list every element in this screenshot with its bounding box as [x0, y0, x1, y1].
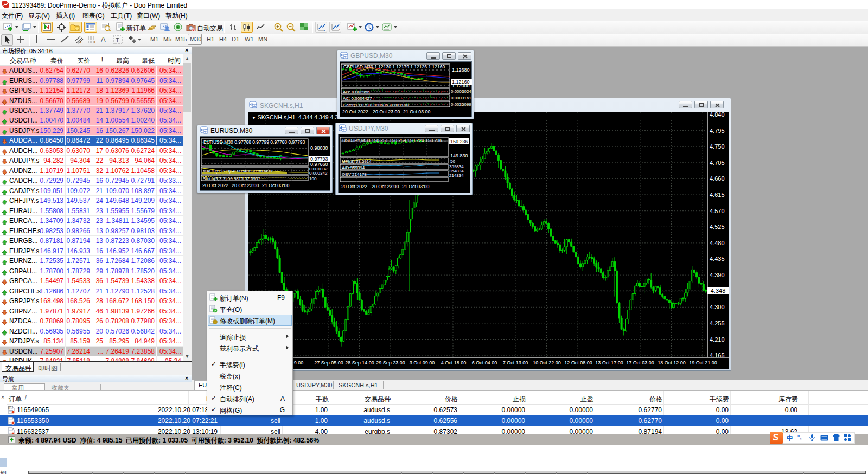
svg-text:T: T	[116, 37, 119, 43]
svg-text:EURUSD,M30 0.97768 0.97799 0.: EURUSD,M30 0.97768 0.97799 0.97768 0.977…	[203, 139, 305, 145]
svg-text:1.12000: 1.12000	[452, 83, 470, 88]
svg-text:Stoch(9,3,3) 59.9815 52.0937: Stoch(9,3,3) 59.9815 52.0937	[203, 176, 260, 181]
svg-text:21 Oct 03:00: 21 Oct 03:00	[403, 109, 430, 114]
svg-text:20 Oct 2022: 20 Oct 2022	[341, 184, 367, 189]
svg-text:1.12680: 1.12680	[452, 67, 470, 73]
svg-text:GBPUSD,M30 1.12130 1.12179 1.: GBPUSD,M30 1.12130 1.12179 1.12126 1.121…	[343, 64, 445, 69]
svg-text:0.0035099: 0.0035099	[451, 102, 471, 107]
svg-text:20 Oct 23:00: 20 Oct 23:00	[372, 184, 399, 189]
svg-text:AO: 0.002956: AO: 0.002956	[343, 89, 370, 94]
svg-text:MACD(8,17,9) -0.000400 -0.0004: MACD(8,17,9) -0.000400 -0.000490	[203, 169, 272, 174]
svg-text:149.830: 149.830	[450, 153, 468, 158]
svg-text:21 Oct 03:00: 21 Oct 03:00	[402, 184, 429, 189]
svg-text:USDJPY,M30 150.251 150.259 15: USDJPY,M30 150.251 150.259 150.224 150.2…	[342, 138, 442, 143]
svg-text:E: E	[80, 40, 83, 44]
svg-text:0.97793: 0.97793	[310, 156, 328, 162]
svg-text:100: 100	[309, 176, 317, 181]
svg-text:F: F	[94, 40, 97, 44]
svg-text:150.236: 150.236	[450, 139, 468, 144]
svg-text:214834: 214834	[449, 173, 464, 178]
svg-text:AC: 0.0004427: AC: 0.0004427	[343, 96, 372, 101]
svg-text:0.0003161: 0.0003161	[451, 95, 471, 100]
svg-text:21 Oct 03:00: 21 Oct 03:00	[262, 183, 289, 188]
svg-text:20 Oct 23:00: 20 Oct 23:00	[232, 183, 259, 188]
svg-text:20 Oct 2022: 20 Oct 2022	[342, 109, 368, 114]
svg-text:0.0003024: 0.0003024	[451, 89, 471, 94]
svg-text:20 Oct 23:00: 20 Oct 23:00	[373, 109, 400, 114]
svg-text:0.98030: 0.98030	[310, 145, 328, 151]
svg-text:50: 50	[450, 159, 455, 164]
svg-text:A/D 359394: A/D 359394	[342, 165, 365, 170]
svg-text:20 Oct 2022: 20 Oct 2022	[202, 183, 228, 188]
svg-text:OBV 214178: OBV 214178	[342, 172, 367, 177]
svg-text:Gator(13,8,5) 0.000685 -0.0011: Gator(13,8,5) 0.000685 -0.001100	[343, 103, 409, 107]
svg-text:MFI(8) 78.5914: MFI(8) 78.5914	[342, 159, 372, 164]
svg-text:0.000342: 0.000342	[309, 171, 328, 176]
